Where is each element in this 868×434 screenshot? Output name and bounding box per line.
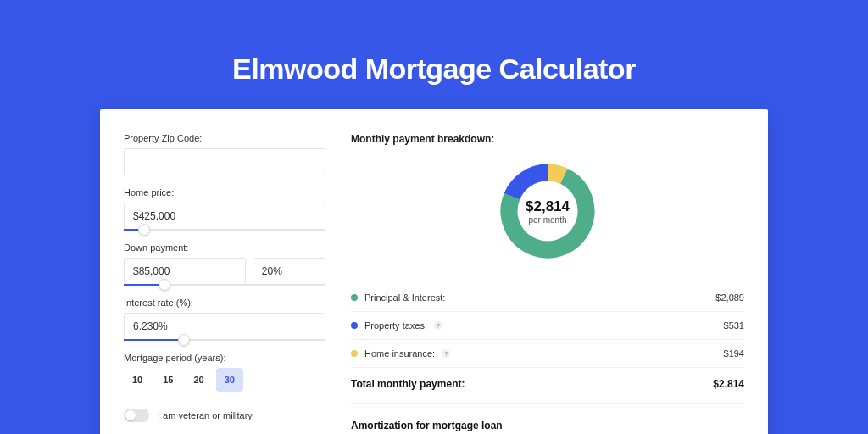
period-btn-20[interactable]: 20	[186, 368, 213, 392]
home-price-slider[interactable]	[124, 229, 326, 231]
legend-label: Property taxes:	[364, 320, 427, 331]
home-price-slider-thumb[interactable]	[138, 224, 150, 236]
legend-label: Principal & Interest:	[364, 292, 445, 303]
down-payment-label: Down payment:	[124, 242, 326, 253]
period-btn-30[interactable]: 30	[216, 368, 243, 392]
down-payment-amount-input[interactable]	[124, 258, 246, 285]
donut-sub: per month	[528, 215, 566, 225]
legend: Principal & Interest: $2,089 Property ta…	[351, 284, 744, 368]
veteran-toggle-row: I am veteran or military	[124, 409, 326, 422]
period-field: Mortgage period (years): 10 15 20 30	[124, 353, 326, 392]
help-icon[interactable]: ?	[442, 349, 450, 358]
breakdown-title: Monthly payment breakdown:	[351, 133, 744, 145]
down-payment-slider-thumb[interactable]	[159, 279, 170, 291]
veteran-toggle-label: I am veteran or military	[158, 410, 253, 420]
veteran-toggle-knob	[125, 410, 136, 420]
legend-row-insurance: Home insurance: ? $194	[351, 340, 744, 368]
down-payment-pct-input[interactable]	[253, 258, 326, 285]
donut-chart: $2,814 per month	[351, 152, 744, 270]
legend-value: $531	[724, 320, 744, 331]
results-panel: Monthly payment breakdown: $2,814 per mo…	[351, 133, 744, 434]
down-payment-field: Down payment:	[124, 242, 326, 286]
home-price-field: Home price:	[124, 187, 326, 231]
legend-value: $194	[724, 348, 744, 359]
legend-row-principal: Principal & Interest: $2,089	[351, 284, 744, 312]
down-payment-slider[interactable]	[124, 284, 326, 286]
interest-rate-input[interactable]	[124, 313, 326, 340]
home-price-label: Home price:	[124, 187, 326, 198]
zip-field: Property Zip Code:	[124, 133, 326, 175]
donut-segment	[548, 173, 564, 176]
calculator-card: Property Zip Code: Home price: Down paym…	[100, 109, 768, 434]
zip-label: Property Zip Code:	[124, 133, 326, 143]
period-buttons: 10 15 20 30	[124, 368, 326, 392]
amortization-title: Amortization for mortgage loan	[351, 420, 744, 431]
home-price-input[interactable]	[124, 203, 326, 230]
period-btn-10[interactable]: 10	[124, 368, 151, 392]
interest-rate-slider-thumb[interactable]	[178, 334, 190, 346]
interest-rate-label: Interest rate (%):	[124, 298, 326, 308]
interest-rate-slider-fill	[124, 339, 184, 341]
legend-dot	[351, 294, 358, 301]
down-payment-row	[124, 258, 326, 285]
donut-amount: $2,814	[526, 198, 570, 215]
veteran-toggle[interactable]	[124, 409, 149, 422]
total-label: Total monthly payment:	[351, 378, 465, 390]
legend-row-taxes: Property taxes: ? $531	[351, 312, 744, 340]
period-btn-15[interactable]: 15	[154, 368, 181, 392]
input-panel: Property Zip Code: Home price: Down paym…	[124, 133, 326, 434]
page-title: Elmwood Mortgage Calculator	[232, 53, 636, 86]
interest-rate-slider[interactable]	[124, 339, 326, 341]
donut-segment	[512, 173, 548, 197]
period-label: Mortgage period (years):	[124, 353, 326, 363]
total-row: Total monthly payment: $2,814	[351, 368, 744, 404]
legend-value: $2,089	[715, 292, 744, 303]
page: Elmwood Mortgage Calculator Property Zip…	[0, 0, 868, 434]
legend-dot	[351, 350, 358, 357]
zip-input[interactable]	[124, 148, 326, 175]
interest-rate-field: Interest rate (%):	[124, 298, 326, 341]
help-icon[interactable]: ?	[434, 321, 442, 330]
donut-center: $2,814 per month	[526, 198, 570, 225]
total-value: $2,814	[713, 378, 744, 390]
legend-dot	[351, 322, 358, 329]
legend-label: Home insurance:	[364, 348, 435, 359]
